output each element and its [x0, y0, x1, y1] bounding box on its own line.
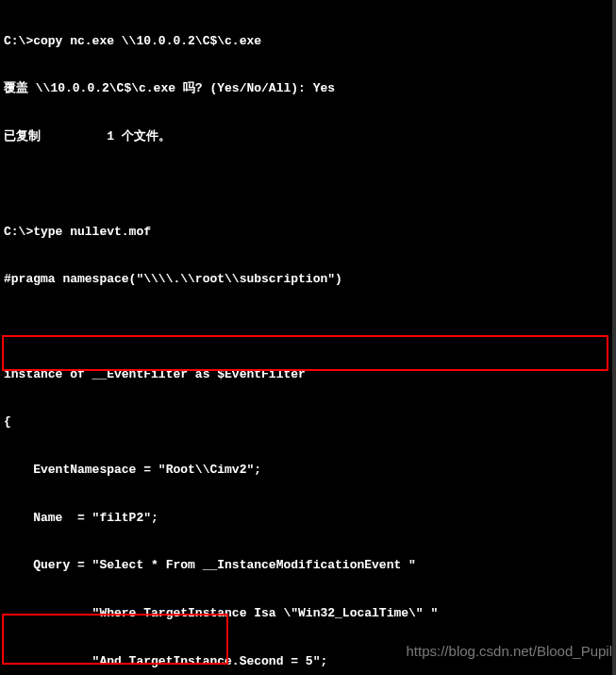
terminal-line: C:\>copy nc.exe \\10.0.0.2\C$\c.exe: [4, 34, 612, 50]
watermark-text: https://blog.csdn.net/Blood_Pupil: [407, 642, 612, 661]
terminal-line: C:\>type nullevt.mof: [4, 225, 612, 241]
terminal-line: 覆盖 \\10.0.0.2\C$\c.exe 吗? (Yes/No/All): …: [4, 81, 612, 97]
terminal-line: EventNamespace = "Root\\Cimv2";: [4, 463, 612, 479]
terminal-line: Name = "filtP2";: [4, 511, 612, 527]
terminal-line: [4, 177, 612, 193]
terminal-line: 已复制 1 个文件。: [4, 129, 612, 145]
terminal-line: [4, 320, 612, 335]
terminal-line: #pragma namespace("\\\\.\\root\\subscrip…: [4, 272, 612, 288]
window-border: [612, 0, 616, 675]
terminal-line: "Where TargetInstance Isa \"Win32_LocalT…: [4, 606, 612, 622]
terminal-line: Query = "Select * From __InstanceModific…: [4, 558, 612, 574]
terminal-output[interactable]: C:\>copy nc.exe \\10.0.0.2\C$\c.exe 覆盖 \…: [0, 0, 616, 675]
terminal-line: {: [4, 414, 612, 430]
terminal-line: instance of __EventFilter as $EventFilte…: [4, 367, 612, 383]
